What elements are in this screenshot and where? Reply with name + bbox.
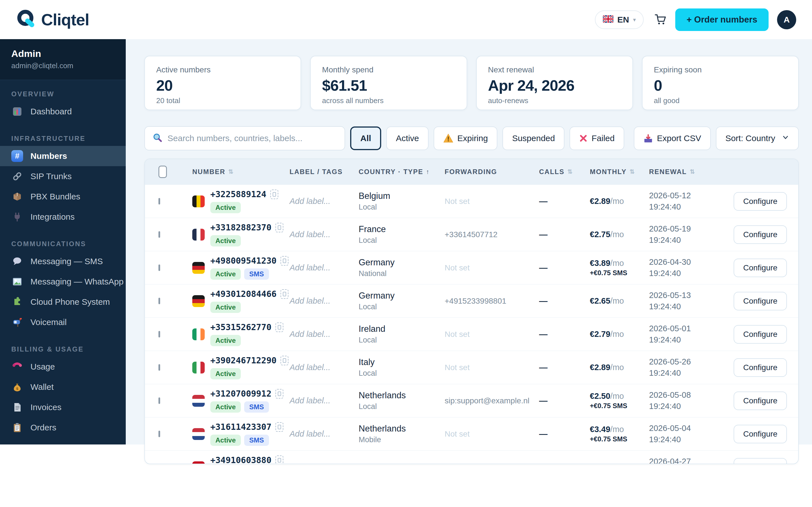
column-header-renewal[interactable]: RENEWAL⇅ (649, 168, 733, 176)
table-row: +35315262770ActiveAdd label...IrelandLoc… (145, 318, 798, 351)
copy-icon[interactable] (275, 223, 283, 232)
country-name: Netherlands (359, 424, 445, 434)
add-label-input[interactable]: Add label... (290, 230, 331, 239)
cart-button[interactable] (654, 13, 667, 26)
configure-button[interactable]: Configure (733, 358, 787, 377)
filter-chip-export-csv[interactable]: Export CSV (634, 126, 711, 150)
add-label-input[interactable]: Add label... (290, 429, 331, 438)
add-label-input[interactable]: Add label... (290, 396, 331, 405)
filter-chip-failed[interactable]: Failed (569, 126, 624, 150)
copy-icon[interactable] (275, 323, 283, 332)
filter-chip-suspended[interactable]: Suspended (502, 126, 564, 150)
sidebar-item-label: Integrations (31, 212, 75, 222)
sidebar-section-label: COMMUNICATIONS (11, 240, 126, 248)
filter-chip-active[interactable]: Active (386, 126, 428, 150)
sidebar-item-invoices[interactable]: Invoices (0, 397, 126, 417)
configure-button[interactable]: Configure (733, 259, 787, 277)
configure-button[interactable]: Configure (733, 192, 787, 211)
row-checkbox[interactable] (158, 397, 160, 404)
language-selector[interactable]: EN ▾ (595, 10, 644, 29)
sidebar-item-sip-trunks[interactable]: SIP Trunks (0, 166, 126, 186)
row-checkbox[interactable] (158, 198, 160, 205)
configure-button[interactable]: Configure (733, 292, 787, 311)
sidebar-user-block: Admin admin@cliqtel.com (0, 39, 126, 80)
column-header-label: COUNTRY · TYPE (359, 168, 423, 176)
copy-icon[interactable] (281, 356, 289, 365)
add-label-input[interactable]: Add label... (290, 462, 331, 464)
filter-chip-all[interactable]: All (350, 126, 381, 150)
stat-value: 20 (156, 76, 289, 94)
sort-select[interactable]: Sort: Country (716, 126, 799, 150)
filter-chip-expiring[interactable]: Expiring (434, 126, 497, 150)
stat-card-expiring-soon: Expiring soon0all good (642, 56, 799, 110)
row-checkbox[interactable] (158, 231, 160, 238)
clipboard-icon (11, 421, 23, 434)
number-type: Local (359, 236, 445, 245)
row-checkbox[interactable] (158, 331, 160, 337)
select-all-checkbox[interactable] (158, 166, 167, 178)
avatar[interactable]: A (777, 10, 796, 29)
sidebar-item-integrations[interactable]: Integrations (0, 207, 126, 227)
stat-label: Monthly spend (322, 65, 455, 74)
search-input[interactable] (167, 133, 337, 143)
sidebar-item-messaging-whatsapp[interactable]: Messaging — WhatsApp (0, 272, 126, 292)
configure-button[interactable]: Configure (733, 325, 787, 344)
sidebar-item-cloud-phone-system[interactable]: Cloud Phone System (0, 292, 126, 312)
column-header-calls[interactable]: CALLS⇅ (539, 168, 590, 176)
add-label-input[interactable]: Add label... (290, 263, 331, 272)
row-checkbox[interactable] (158, 464, 160, 464)
row-checkbox[interactable] (158, 364, 160, 371)
sidebar-nav: OVERVIEWDashboardINFRASTRUCTURE#NumbersS… (0, 90, 126, 445)
column-header-label: FORWARDING (445, 168, 497, 176)
copy-icon[interactable] (281, 256, 289, 266)
forwarding-value: Not set (445, 263, 470, 272)
order-numbers-button[interactable]: + Order numbers (675, 8, 769, 31)
renewal-time: 19:24:40 (649, 301, 733, 312)
sidebar-item-numbers[interactable]: #Numbers (0, 146, 126, 166)
row-checkbox[interactable] (158, 298, 160, 304)
copy-icon[interactable] (270, 189, 278, 199)
add-label-input[interactable]: Add label... (290, 296, 331, 305)
copy-icon[interactable] (275, 455, 283, 464)
document-icon (11, 401, 23, 413)
add-label-input[interactable]: Add label... (290, 196, 331, 206)
sidebar-item-pbx-bundles[interactable]: PBX Bundles (0, 186, 126, 207)
renewal-date: 2026-05-19 (649, 223, 733, 234)
add-label-input[interactable]: Add label... (290, 363, 331, 372)
copy-icon[interactable] (281, 289, 289, 299)
filter-chip-label: Export CSV (657, 133, 701, 143)
stat-card-active-numbers: Active numbers2020 total (144, 56, 301, 110)
renewal-date: 2026-05-12 (649, 190, 733, 201)
monthly-sms-extra: +€0.75 SMS (590, 435, 649, 443)
copy-icon[interactable] (275, 422, 283, 432)
monthly-unit: /mo (610, 230, 624, 239)
column-header-monthly[interactable]: MONTHLY⇅ (590, 168, 649, 176)
configure-button[interactable]: Configure (733, 392, 787, 410)
warning-icon (443, 133, 453, 143)
sidebar-item-usage[interactable]: Usage (0, 356, 126, 377)
copy-icon[interactable] (275, 389, 283, 399)
renewal-date: 2026-05-04 (649, 423, 733, 434)
renewal-date: 2026-05-26 (649, 356, 733, 367)
sidebar-item-voicemail[interactable]: Voicemail (0, 312, 126, 332)
configure-button[interactable]: Configure (733, 458, 787, 464)
sidebar-item-orders[interactable]: Orders (0, 417, 126, 438)
row-checkbox[interactable] (158, 431, 160, 437)
monthly-unit: /mo (610, 363, 624, 372)
row-checkbox[interactable] (158, 265, 160, 271)
sidebar-item-dashboard[interactable]: Dashboard (0, 101, 126, 122)
monthly-unit: /mo (610, 330, 624, 339)
brand-logo[interactable]: Cliqtel (16, 9, 89, 31)
status-badge: Active (210, 368, 241, 379)
column-header-country-type[interactable]: COUNTRY · TYPE↑ (359, 168, 445, 176)
configure-button[interactable]: Configure (733, 425, 787, 443)
sort-asc-icon: ↑ (426, 168, 430, 175)
column-header-number[interactable]: NUMBER⇅ (192, 168, 290, 176)
calls-value: — (539, 429, 548, 439)
sidebar-item-wallet[interactable]: $Wallet (0, 377, 126, 397)
calls-value: — (539, 462, 548, 464)
configure-button[interactable]: Configure (733, 225, 787, 244)
column-header-label: NUMBER (192, 168, 225, 176)
add-label-input[interactable]: Add label... (290, 330, 331, 339)
sidebar-item-messaging-sms[interactable]: Messaging — SMS (0, 251, 126, 272)
